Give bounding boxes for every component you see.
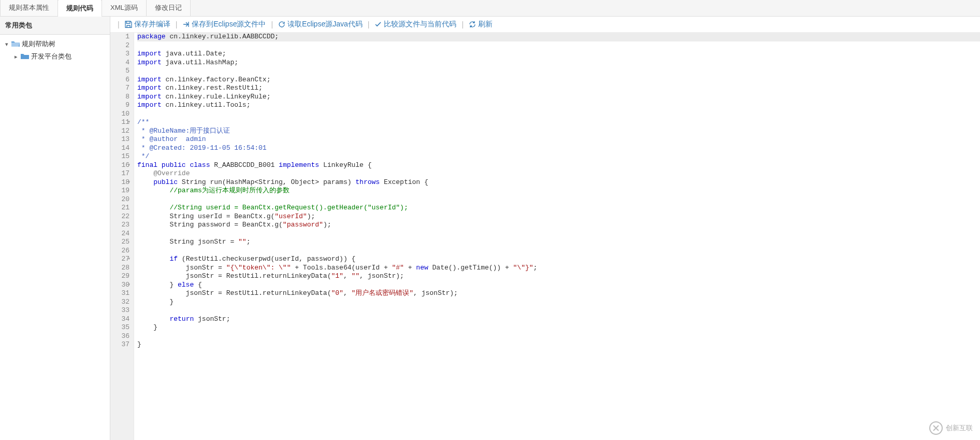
tab-bar: 规则基本属性规则代码XML源码修改日记 — [0, 0, 980, 17]
line-number: 31 — [113, 289, 129, 298]
save-compile-button[interactable]: 保存并编译 — [125, 20, 170, 29]
editor-code[interactable]: package cn.linkey.rulelib.AABBCCDD; impo… — [134, 33, 980, 440]
code-line[interactable]: } — [137, 298, 980, 307]
code-line[interactable] — [137, 230, 980, 238]
right-pane: | 保存并编译 | 保存到Eclipse源文件中 | 读取Eclipse源Jav… — [110, 17, 980, 440]
line-number: 8 — [113, 93, 129, 102]
line-number: 3 — [113, 50, 129, 59]
tree-root-node[interactable]: ▾ 规则帮助树 — [2, 38, 108, 50]
code-line[interactable]: @Override — [137, 169, 980, 178]
toolbar: | 保存并编译 | 保存到Eclipse源文件中 | 读取Eclipse源Jav… — [110, 17, 980, 33]
line-number: 7 — [113, 84, 129, 93]
main-wrap: 常用类包 ▾ 规则帮助树 ▸ 开发平台类包 | — [0, 17, 980, 440]
separator: | — [176, 20, 178, 29]
code-line[interactable]: final public class R_AABBCCDD_B001 imple… — [137, 161, 980, 170]
code-line[interactable]: import cn.linkey.rule.LinkeyRule; — [137, 93, 980, 102]
code-line[interactable] — [137, 306, 980, 315]
code-line[interactable]: * @author admin — [137, 135, 980, 144]
export-icon — [182, 21, 190, 28]
line-number: 4 — [113, 59, 129, 67]
code-editor[interactable]: 1234567891011121314151617181920212223242… — [110, 33, 980, 440]
line-number: 28 — [113, 264, 129, 273]
code-line[interactable]: } — [137, 323, 980, 332]
code-line[interactable]: String password = BeanCtx.g("password"); — [137, 221, 980, 230]
folder-open-icon — [11, 40, 20, 48]
code-line[interactable] — [137, 41, 980, 50]
line-number: 36 — [113, 332, 129, 341]
code-line[interactable]: String userId = BeanCtx.g("userId"); — [137, 212, 980, 221]
code-line[interactable]: import cn.linkey.util.Tools; — [137, 101, 980, 110]
line-number: 10 — [113, 110, 129, 119]
code-line[interactable] — [137, 247, 980, 256]
line-number: 12 — [113, 127, 129, 136]
code-line[interactable]: if (RestUtil.checkuserpwd(userId, passwo… — [137, 255, 980, 264]
refresh-button[interactable]: 刷新 — [469, 20, 493, 29]
separator: | — [271, 20, 273, 29]
line-number: 16 — [113, 161, 129, 170]
line-number: 19 — [113, 187, 129, 195]
code-line[interactable] — [137, 67, 980, 76]
chevron-down-icon[interactable]: ▾ — [3, 41, 10, 48]
tree-root-label: 规则帮助树 — [22, 39, 55, 49]
line-number: 27 — [113, 255, 129, 264]
separator: | — [118, 20, 120, 29]
tree-child-node[interactable]: ▸ 开发平台类包 — [11, 50, 108, 63]
editor-gutter: 1234567891011121314151617181920212223242… — [110, 33, 134, 440]
compare-source-button[interactable]: 比较源文件与当前代码 — [374, 20, 456, 29]
code-line[interactable]: /** — [137, 118, 980, 127]
tab-3[interactable]: 修改日记 — [146, 0, 191, 16]
line-number: 20 — [113, 195, 129, 204]
line-number: 1 — [113, 33, 129, 41]
line-number: 15 — [113, 152, 129, 161]
code-line[interactable]: //params为运行本规则时所传入的参数 — [137, 187, 980, 195]
code-line[interactable] — [137, 195, 980, 204]
line-number: 22 — [113, 212, 129, 221]
line-number: 21 — [113, 204, 129, 212]
refresh-label: 刷新 — [478, 20, 493, 29]
code-line[interactable]: String jsonStr = ""; — [137, 238, 980, 247]
code-line[interactable]: public String run(HashMap<String, Object… — [137, 178, 980, 187]
line-number: 24 — [113, 230, 129, 238]
line-number: 29 — [113, 272, 129, 281]
line-number: 13 — [113, 135, 129, 144]
chevron-right-icon[interactable]: ▸ — [12, 53, 20, 60]
code-line[interactable] — [137, 110, 980, 119]
code-line[interactable]: import java.util.HashMap; — [137, 59, 980, 67]
line-number: 23 — [113, 221, 129, 230]
code-line[interactable]: return jsonStr; — [137, 315, 980, 324]
line-number: 18 — [113, 178, 129, 187]
line-number: 17 — [113, 169, 129, 178]
code-line[interactable]: */ — [137, 152, 980, 161]
line-number: 32 — [113, 298, 129, 307]
code-line[interactable]: * @RuleName:用于接口认证 — [137, 127, 980, 136]
code-line[interactable]: package cn.linkey.rulelib.AABBCCDD; — [137, 33, 980, 41]
code-line[interactable]: import java.util.Date; — [137, 50, 980, 59]
separator: | — [368, 20, 370, 29]
code-line[interactable]: jsonStr = "{\"token\": \"" + Tools.base6… — [137, 264, 980, 273]
tab-0[interactable]: 规则基本属性 — [0, 0, 58, 16]
line-number: 33 — [113, 306, 129, 315]
save-to-eclipse-button[interactable]: 保存到Eclipse源文件中 — [182, 20, 266, 29]
code-line[interactable] — [137, 332, 980, 341]
code-line[interactable]: import cn.linkey.rest.RestUtil; — [137, 84, 980, 93]
code-line[interactable]: jsonStr = RestUtil.returnLinkeyData("0",… — [137, 289, 980, 298]
code-line[interactable]: * @Created: 2019-11-05 16:54:01 — [137, 144, 980, 153]
code-line[interactable]: import cn.linkey.factory.BeanCtx; — [137, 76, 980, 84]
read-eclipse-button[interactable]: 读取Eclipse源Java代码 — [278, 20, 363, 29]
line-number: 37 — [113, 340, 129, 349]
code-line[interactable]: } else { — [137, 281, 980, 290]
line-number: 26 — [113, 247, 129, 256]
save-icon — [125, 21, 132, 28]
line-number: 14 — [113, 144, 129, 153]
tab-2[interactable]: XML源码 — [102, 0, 147, 16]
line-number: 30 — [113, 281, 129, 290]
code-line[interactable]: } — [137, 340, 980, 349]
code-line[interactable]: //String userid = BeanCtx.getRequest().g… — [137, 204, 980, 212]
line-number: 34 — [113, 315, 129, 324]
compare-source-label: 比较源文件与当前代码 — [384, 20, 456, 29]
tab-1[interactable]: 规则代码 — [57, 0, 102, 17]
code-line[interactable]: jsonStr = RestUtil.returnLinkeyData("1",… — [137, 272, 980, 281]
line-number: 2 — [113, 41, 129, 50]
line-number: 5 — [113, 67, 129, 76]
sidebar: 常用类包 ▾ 规则帮助树 ▸ 开发平台类包 — [0, 17, 110, 440]
